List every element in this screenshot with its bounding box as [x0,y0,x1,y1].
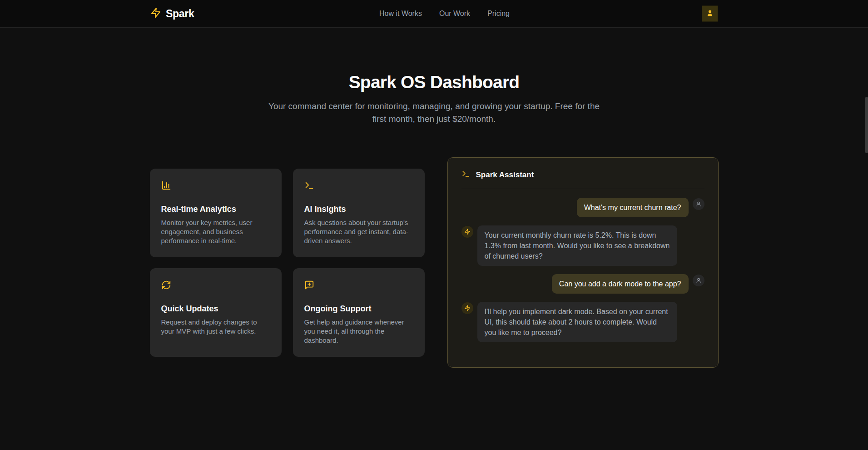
feature-title: Quick Updates [161,304,270,314]
nav-link-pricing[interactable]: Pricing [487,10,510,18]
terminal-icon [461,170,470,180]
chat-bubble: Can you add a dark mode to the app? [552,274,689,294]
chat-message-user: Can you add a dark mode to the app? [461,274,704,294]
message-square-plus-icon [304,280,413,292]
hero-section: Spark OS Dashboard Your command center f… [0,28,868,125]
chat-message-assistant: Your current monthly churn rate is 5.2%.… [461,225,704,266]
feature-description: Request and deploy changes to your MVP w… [161,318,270,336]
user-icon [695,277,702,284]
chat-bubble: I'll help you implement dark mode. Based… [477,302,677,342]
nav-link-our-work[interactable]: Our Work [439,10,470,18]
spark-assistant-panel: Spark Assistant What's my current churn … [447,157,719,368]
feature-description: Get help and guidance whenever you need … [304,318,413,345]
user-icon [706,9,714,19]
feature-card-ongoing-support: Ongoing Support Get help and guidance wh… [293,268,425,357]
assistant-avatar [461,302,473,314]
chat-message-assistant: I'll help you implement dark mode. Based… [461,302,704,342]
page-subtitle: Your command center for monitoring, mana… [266,100,602,125]
refresh-icon [161,280,270,292]
main-content: Real-time Analytics Monitor your key met… [0,157,868,368]
chat-message-user: What's my current churn rate? [461,198,704,217]
feature-grid: Real-time Analytics Monitor your key met… [150,169,425,357]
assistant-header: Spark Assistant [460,169,706,180]
feature-card-quick-updates: Quick Updates Request and deploy changes… [150,268,282,357]
feature-description: Monitor your key metrics, user engagemen… [161,218,270,245]
bar-chart-icon [161,180,270,192]
scrollbar-thumb[interactable] [865,97,868,153]
chat-bubble: Your current monthly churn rate is 5.2%.… [477,225,677,266]
assistant-avatar [461,226,473,238]
zap-icon [464,305,471,311]
nav-links: How it Works Our Work Pricing [379,0,510,27]
chat-messages: What's my current churn rate? Your curre… [460,198,706,342]
zap-icon [150,7,161,20]
page-title: Spark OS Dashboard [0,72,868,92]
feature-card-realtime-analytics: Real-time Analytics Monitor your key met… [150,169,282,257]
feature-description: Ask questions about your startup's perfo… [304,218,413,245]
chat-bubble: What's my current churn rate? [577,198,689,217]
user-avatar [693,275,704,286]
nav-link-how-it-works[interactable]: How it Works [379,10,422,18]
zap-icon [464,229,471,235]
feature-title: AI Insights [304,205,413,214]
brand-name: Spark [166,8,194,20]
divider [461,188,704,188]
page: Spark How it Works Our Work Pricing Spar… [0,0,868,450]
terminal-icon [304,180,413,192]
feature-card-ai-insights: AI Insights Ask questions about your sta… [293,169,425,257]
feature-title: Ongoing Support [304,304,413,314]
user-icon [695,201,702,207]
top-nav: Spark How it Works Our Work Pricing [0,0,868,28]
account-avatar-button[interactable] [702,6,718,22]
user-avatar [693,198,704,210]
brand-logo[interactable]: Spark [150,7,194,20]
assistant-title: Spark Assistant [476,170,534,180]
feature-title: Real-time Analytics [161,205,270,214]
